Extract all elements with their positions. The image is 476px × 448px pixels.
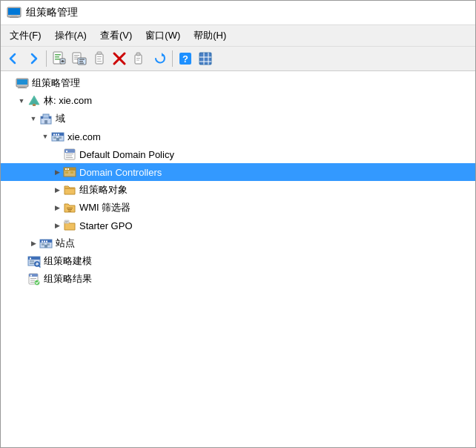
expand-starter-gpo[interactable]: ▶ xyxy=(51,220,63,231)
menu-action[interactable]: 操作(A) xyxy=(49,27,93,45)
help-icon: ? xyxy=(178,51,193,66)
tree-node-sites[interactable]: ▶ 站点 xyxy=(1,234,475,252)
svg-rect-73 xyxy=(65,220,69,223)
main-window: 组策略管理 文件(F) 操作(A) 查看(V) 窗口(W) 帮助(H) xyxy=(0,0,476,448)
svg-rect-33 xyxy=(199,53,211,65)
svg-rect-22 xyxy=(97,59,101,59)
delete-button[interactable] xyxy=(110,49,129,68)
gpo-objects-label: 组策略对象 xyxy=(79,183,128,197)
svg-rect-52 xyxy=(53,134,55,136)
svg-rect-12 xyxy=(74,55,79,56)
svg-rect-83 xyxy=(44,245,47,248)
svg-rect-20 xyxy=(97,52,102,54)
svg-rect-61 xyxy=(66,154,73,154)
svg-rect-47 xyxy=(44,120,47,124)
svg-rect-6 xyxy=(55,56,59,58)
svg-rect-23 xyxy=(97,61,102,62)
svg-rect-93 xyxy=(30,275,32,277)
expand-forest[interactable]: ▼ xyxy=(16,95,27,107)
expand-sites[interactable]: ▶ xyxy=(27,237,39,249)
paste-icon xyxy=(132,51,147,66)
default-domain-policy-label: Default Domain Policy xyxy=(79,149,174,160)
svg-rect-74 xyxy=(65,221,68,222)
window-title: 组策略管理 xyxy=(26,6,78,19)
default-domain-policy-icon xyxy=(63,148,76,161)
svg-rect-3 xyxy=(10,17,19,18)
content-area: 组策略管理 ▼ 林: xie.com ▼ xyxy=(1,71,475,447)
help-button[interactable]: ? xyxy=(176,49,195,68)
back-button[interactable] xyxy=(4,49,23,68)
svg-rect-44 xyxy=(33,104,36,106)
link-gpo-button[interactable] xyxy=(70,49,89,68)
filter-button[interactable] xyxy=(196,49,215,68)
new-gpo-icon xyxy=(52,51,67,66)
gpo-objects-icon xyxy=(63,183,76,197)
svg-rect-63 xyxy=(66,157,73,158)
gpo-root-label: 组策略管理 xyxy=(32,76,80,90)
xie-com-label: xie.com xyxy=(67,131,101,142)
domain-controllers-icon xyxy=(63,165,76,179)
gpo-results-label: 组策略结果 xyxy=(44,272,92,286)
svg-rect-66 xyxy=(65,168,67,170)
forest-icon xyxy=(27,94,41,108)
tree-node-default-domain-policy[interactable]: Default Domain Policy xyxy=(1,145,475,163)
menu-file[interactable]: 文件(F) xyxy=(4,27,47,45)
tree-node-domains[interactable]: ▼ 域 xyxy=(1,110,475,128)
svg-rect-62 xyxy=(66,156,72,157)
svg-rect-54 xyxy=(58,134,59,136)
tree-node-domain-controllers[interactable]: ▶ Domain Controllers xyxy=(1,163,475,181)
expand-wmi[interactable]: ▶ xyxy=(51,202,63,214)
svg-rect-2 xyxy=(11,16,17,17)
svg-rect-40 xyxy=(19,86,25,88)
svg-rect-86 xyxy=(30,258,31,260)
tree-node-wmi-filters[interactable]: ▶ WMI 筛选器 xyxy=(1,199,475,217)
tree-node-xie-com[interactable]: ▼ xie.com xyxy=(1,128,475,145)
expand-domain-controllers[interactable]: ▶ xyxy=(51,166,63,178)
menu-window[interactable]: 窗口(W) xyxy=(139,27,186,45)
expand-xie-com[interactable]: ▼ xyxy=(39,131,51,142)
menu-help[interactable]: 帮助(H) xyxy=(188,27,232,45)
domains-label: 域 xyxy=(56,112,65,125)
svg-rect-46 xyxy=(43,114,49,118)
tree-node-gpo-results[interactable]: 组策略结果 xyxy=(1,270,475,288)
gpo-model-label: 组策略建模 xyxy=(44,254,92,268)
wmi-icon xyxy=(63,201,76,214)
starter-gpo-label: Starter GPO xyxy=(79,220,133,231)
forest-label: 林: xie.com xyxy=(44,94,92,108)
delete-icon xyxy=(112,51,127,66)
svg-rect-13 xyxy=(74,57,78,58)
svg-rect-70 xyxy=(67,208,73,208)
filter-icon xyxy=(198,51,213,66)
title-icon xyxy=(7,5,22,20)
refresh-icon xyxy=(152,51,167,66)
svg-rect-41 xyxy=(18,88,27,88)
tree-node-group-policy-objects[interactable]: ▶ 组策略对象 xyxy=(1,181,475,199)
svg-rect-55 xyxy=(53,136,56,139)
svg-rect-53 xyxy=(56,134,57,136)
forward-icon xyxy=(27,52,40,65)
tree-node-gpo-root[interactable]: 组策略管理 xyxy=(1,74,475,92)
tree-node-gpo-model[interactable]: 组策略建模 xyxy=(1,252,475,270)
svg-rect-68 xyxy=(65,171,68,174)
svg-rect-94 xyxy=(30,278,36,279)
tree-node-forest[interactable]: ▼ 林: xie.com xyxy=(1,92,475,110)
new-gpo-button[interactable] xyxy=(50,49,69,68)
gpo-model-icon xyxy=(27,254,41,268)
refresh-button[interactable] xyxy=(150,49,169,68)
tree-panel[interactable]: 组策略管理 ▼ 林: xie.com ▼ xyxy=(1,71,475,447)
menu-view[interactable]: 查看(V) xyxy=(94,27,138,45)
expand-domains[interactable]: ▼ xyxy=(27,113,39,125)
forward-button[interactable] xyxy=(24,49,43,68)
menu-bar: 文件(F) 操作(A) 查看(V) 窗口(W) 帮助(H) xyxy=(1,25,475,47)
copy-button[interactable] xyxy=(90,49,109,68)
svg-point-97 xyxy=(35,280,40,286)
tree-node-starter-gpo[interactable]: ▶ Starter GPO xyxy=(1,217,475,234)
back-icon xyxy=(7,52,20,65)
paste-button[interactable] xyxy=(130,49,149,68)
svg-rect-21 xyxy=(97,56,102,57)
domain-controllers-label: Domain Controllers xyxy=(79,167,162,178)
svg-rect-10 xyxy=(62,61,65,62)
svg-rect-17 xyxy=(79,61,83,62)
expand-gpo-objects[interactable]: ▶ xyxy=(51,184,63,196)
svg-rect-87 xyxy=(30,260,34,262)
